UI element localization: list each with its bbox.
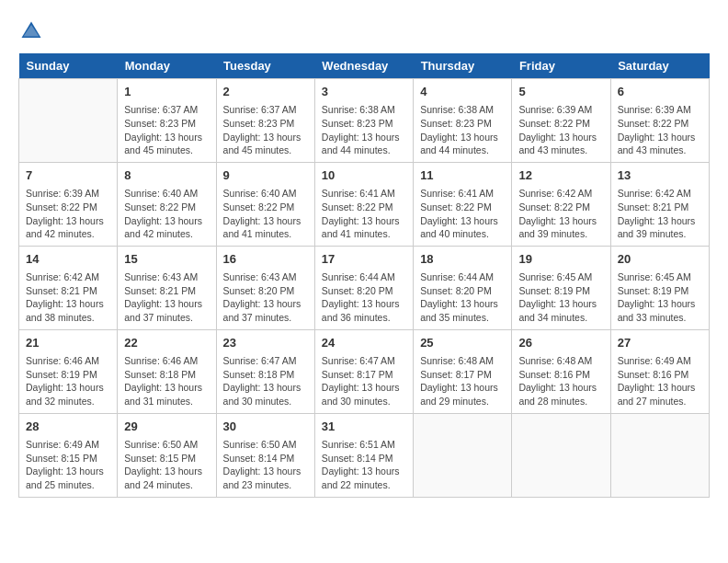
day-info: Sunrise: 6:49 AMSunset: 8:16 PMDaylight:… — [618, 354, 702, 408]
day-number: 25 — [420, 335, 505, 351]
day-info: Sunrise: 6:44 AMSunset: 8:20 PMDaylight:… — [420, 270, 505, 325]
header-sunday: Sunday — [19, 53, 118, 79]
calendar-cell: 17Sunrise: 6:44 AMSunset: 8:20 PMDayligh… — [314, 246, 413, 329]
logo-icon — [18, 18, 44, 44]
calendar-cell: 30Sunrise: 6:50 AMSunset: 8:14 PMDayligh… — [216, 413, 314, 497]
day-number: 3 — [322, 84, 406, 100]
day-number: 31 — [322, 419, 406, 435]
day-number: 13 — [618, 167, 702, 184]
day-number: 5 — [518, 84, 603, 100]
calendar-cell: 15Sunrise: 6:43 AMSunset: 8:21 PMDayligh… — [118, 246, 216, 329]
day-number: 8 — [124, 167, 209, 184]
calendar-cell: 29Sunrise: 6:50 AMSunset: 8:15 PMDayligh… — [118, 413, 216, 497]
calendar-cell: 11Sunrise: 6:41 AMSunset: 8:22 PMDayligh… — [414, 162, 512, 246]
day-number: 1 — [124, 84, 209, 100]
day-info: Sunrise: 6:47 AMSunset: 8:18 PMDaylight:… — [223, 354, 308, 408]
header-friday: Friday — [512, 53, 610, 79]
day-number: 4 — [420, 84, 505, 100]
day-info: Sunrise: 6:50 AMSunset: 8:14 PMDaylight:… — [223, 438, 308, 492]
day-number: 29 — [124, 419, 209, 435]
day-number: 19 — [518, 251, 603, 268]
day-info: Sunrise: 6:43 AMSunset: 8:21 PMDaylight:… — [124, 270, 209, 325]
day-info: Sunrise: 6:48 AMSunset: 8:17 PMDaylight:… — [420, 354, 505, 408]
calendar-cell: 9Sunrise: 6:40 AMSunset: 8:22 PMDaylight… — [216, 162, 314, 246]
day-info: Sunrise: 6:37 AMSunset: 8:23 PMDaylight:… — [223, 103, 308, 157]
day-info: Sunrise: 6:51 AMSunset: 8:14 PMDaylight:… — [322, 438, 406, 492]
calendar-cell: 18Sunrise: 6:44 AMSunset: 8:20 PMDayligh… — [414, 246, 512, 329]
calendar-cell: 21Sunrise: 6:46 AMSunset: 8:19 PMDayligh… — [19, 329, 118, 413]
day-info: Sunrise: 6:39 AMSunset: 8:22 PMDaylight:… — [26, 187, 110, 241]
calendar-cell — [512, 413, 610, 497]
logo — [18, 18, 48, 44]
day-info: Sunrise: 6:41 AMSunset: 8:22 PMDaylight:… — [420, 187, 505, 241]
day-number: 28 — [26, 419, 110, 435]
calendar-cell: 28Sunrise: 6:49 AMSunset: 8:15 PMDayligh… — [19, 413, 118, 497]
day-info: Sunrise: 6:45 AMSunset: 8:19 PMDaylight:… — [618, 270, 702, 325]
day-number: 27 — [618, 335, 702, 351]
day-number: 30 — [223, 419, 308, 435]
day-number: 14 — [26, 251, 110, 268]
day-number: 20 — [618, 251, 702, 268]
day-number: 12 — [518, 167, 603, 184]
day-number: 15 — [124, 251, 209, 268]
calendar-cell — [610, 413, 709, 497]
calendar-cell: 20Sunrise: 6:45 AMSunset: 8:19 PMDayligh… — [610, 246, 709, 329]
day-info: Sunrise: 6:39 AMSunset: 8:22 PMDaylight:… — [518, 103, 603, 157]
day-info: Sunrise: 6:37 AMSunset: 8:23 PMDaylight:… — [124, 103, 209, 157]
calendar-week-3: 14Sunrise: 6:42 AMSunset: 8:21 PMDayligh… — [19, 246, 710, 329]
calendar-cell: 26Sunrise: 6:48 AMSunset: 8:16 PMDayligh… — [512, 329, 610, 413]
day-number: 10 — [322, 167, 406, 184]
calendar-cell: 1Sunrise: 6:37 AMSunset: 8:23 PMDaylight… — [118, 79, 216, 163]
calendar-cell: 4Sunrise: 6:38 AMSunset: 8:23 PMDaylight… — [414, 79, 512, 163]
calendar-cell: 13Sunrise: 6:42 AMSunset: 8:21 PMDayligh… — [610, 162, 709, 246]
day-number: 6 — [618, 84, 702, 100]
day-info: Sunrise: 6:47 AMSunset: 8:17 PMDaylight:… — [322, 354, 406, 408]
day-info: Sunrise: 6:50 AMSunset: 8:15 PMDaylight:… — [124, 438, 209, 492]
calendar-cell: 31Sunrise: 6:51 AMSunset: 8:14 PMDayligh… — [314, 413, 413, 497]
calendar-cell: 3Sunrise: 6:38 AMSunset: 8:23 PMDaylight… — [314, 79, 413, 163]
day-info: Sunrise: 6:40 AMSunset: 8:22 PMDaylight:… — [124, 187, 209, 241]
calendar-cell: 16Sunrise: 6:43 AMSunset: 8:20 PMDayligh… — [216, 246, 314, 329]
calendar-cell: 5Sunrise: 6:39 AMSunset: 8:22 PMDaylight… — [512, 79, 610, 163]
day-info: Sunrise: 6:42 AMSunset: 8:21 PMDaylight:… — [26, 270, 110, 325]
header-thursday: Thursday — [414, 53, 512, 79]
day-info: Sunrise: 6:38 AMSunset: 8:23 PMDaylight:… — [420, 103, 505, 157]
calendar-cell: 14Sunrise: 6:42 AMSunset: 8:21 PMDayligh… — [19, 246, 118, 329]
calendar-cell: 12Sunrise: 6:42 AMSunset: 8:22 PMDayligh… — [512, 162, 610, 246]
day-info: Sunrise: 6:44 AMSunset: 8:20 PMDaylight:… — [322, 270, 406, 325]
day-info: Sunrise: 6:45 AMSunset: 8:19 PMDaylight:… — [518, 270, 603, 325]
day-info: Sunrise: 6:43 AMSunset: 8:20 PMDaylight:… — [223, 270, 308, 325]
calendar-cell: 6Sunrise: 6:39 AMSunset: 8:22 PMDaylight… — [610, 79, 709, 163]
day-info: Sunrise: 6:42 AMSunset: 8:21 PMDaylight:… — [618, 187, 702, 241]
header-tuesday: Tuesday — [216, 53, 314, 79]
day-info: Sunrise: 6:48 AMSunset: 8:16 PMDaylight:… — [518, 354, 603, 408]
header-monday: Monday — [118, 53, 216, 79]
day-number: 2 — [223, 84, 308, 100]
day-number: 23 — [223, 335, 308, 351]
day-info: Sunrise: 6:39 AMSunset: 8:22 PMDaylight:… — [618, 103, 702, 157]
day-info: Sunrise: 6:42 AMSunset: 8:22 PMDaylight:… — [518, 187, 603, 241]
calendar-week-5: 28Sunrise: 6:49 AMSunset: 8:15 PMDayligh… — [19, 413, 710, 497]
calendar-week-1: 1Sunrise: 6:37 AMSunset: 8:23 PMDaylight… — [19, 79, 710, 163]
calendar-cell — [19, 79, 118, 163]
calendar-cell: 22Sunrise: 6:46 AMSunset: 8:18 PMDayligh… — [118, 329, 216, 413]
day-number: 18 — [420, 251, 505, 268]
calendar-week-2: 7Sunrise: 6:39 AMSunset: 8:22 PMDaylight… — [19, 162, 710, 246]
calendar-cell — [414, 413, 512, 497]
day-number: 17 — [322, 251, 406, 268]
day-number: 16 — [223, 251, 308, 268]
header-saturday: Saturday — [610, 53, 709, 79]
calendar-cell: 10Sunrise: 6:41 AMSunset: 8:22 PMDayligh… — [314, 162, 413, 246]
day-number: 9 — [223, 167, 308, 184]
day-number: 22 — [124, 335, 209, 351]
day-number: 24 — [322, 335, 406, 351]
day-info: Sunrise: 6:49 AMSunset: 8:15 PMDaylight:… — [26, 438, 110, 492]
calendar-cell: 24Sunrise: 6:47 AMSunset: 8:17 PMDayligh… — [314, 329, 413, 413]
header-wednesday: Wednesday — [314, 53, 413, 79]
calendar-week-4: 21Sunrise: 6:46 AMSunset: 8:19 PMDayligh… — [19, 329, 710, 413]
day-number: 11 — [420, 167, 505, 184]
day-info: Sunrise: 6:41 AMSunset: 8:22 PMDaylight:… — [322, 187, 406, 241]
calendar-cell: 19Sunrise: 6:45 AMSunset: 8:19 PMDayligh… — [512, 246, 610, 329]
page-header — [18, 18, 710, 44]
calendar-cell: 23Sunrise: 6:47 AMSunset: 8:18 PMDayligh… — [216, 329, 314, 413]
